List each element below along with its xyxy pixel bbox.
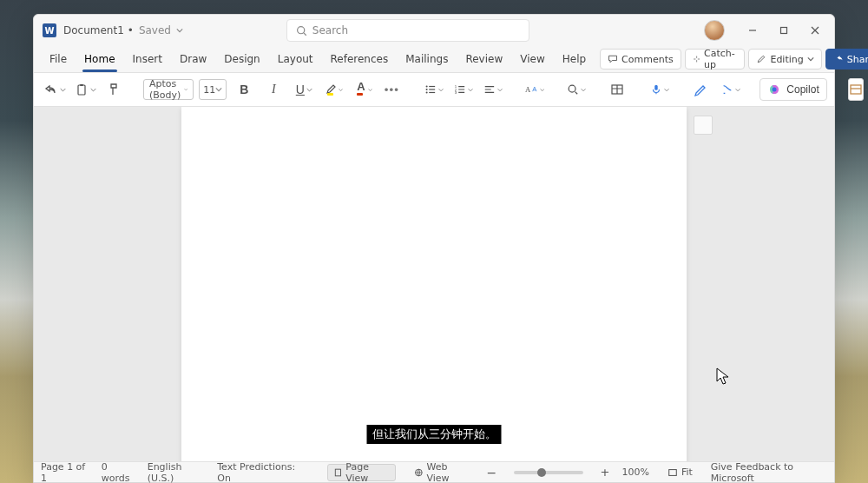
copilot-icon — [767, 83, 781, 96]
status-text-predictions[interactable]: Text Predictions: On — [217, 461, 302, 484]
status-page[interactable]: Page 1 of 1 — [41, 461, 89, 484]
editor-icon — [694, 83, 707, 96]
italic-button[interactable]: I — [261, 77, 286, 102]
chevron-down-icon — [176, 27, 183, 34]
editor-button[interactable] — [688, 77, 713, 102]
catch-up-button[interactable]: Catch-up — [685, 49, 746, 69]
zoom-slider[interactable] — [514, 471, 582, 474]
comments-label: Comments — [621, 54, 674, 65]
table-button[interactable] — [605, 77, 629, 102]
user-avatar[interactable] — [704, 20, 725, 41]
status-bar: Page 1 of 1 0 words English (U.S.) Text … — [34, 461, 834, 482]
comments-button[interactable]: Comments — [600, 49, 681, 69]
minimize-button[interactable] — [737, 15, 768, 46]
status-word-count[interactable]: 0 words — [102, 461, 135, 484]
tab-mailings[interactable]: Mailings — [398, 50, 455, 69]
search-placeholder: Search — [312, 24, 348, 36]
chevron-down-icon — [807, 56, 814, 63]
zoom-level[interactable]: 100% — [621, 466, 648, 478]
font-size-select[interactable]: 11 — [199, 79, 227, 100]
page[interactable] — [181, 107, 687, 461]
tab-insert[interactable]: Insert — [126, 50, 169, 69]
share-button[interactable]: Share — [825, 49, 868, 69]
underline-icon: U — [296, 83, 305, 96]
chevron-down-icon — [497, 87, 503, 93]
svg-rect-2 — [78, 85, 85, 95]
svg-rect-18 — [669, 469, 677, 475]
document-canvas[interactable]: 但让我们从三分钟开始。 — [34, 107, 834, 461]
svg-rect-13 — [655, 85, 658, 90]
feedback-link[interactable]: Give Feedback to Microsoft — [711, 461, 827, 484]
numbering-button[interactable]: 123 — [450, 77, 475, 102]
tab-home[interactable]: Home — [77, 50, 122, 69]
svg-text:3: 3 — [455, 90, 457, 95]
paste-button[interactable] — [71, 77, 98, 102]
number-list-icon: 123 — [454, 83, 466, 96]
tab-design[interactable]: Design — [217, 50, 266, 69]
web-view-button[interactable]: Web View — [408, 464, 475, 481]
align-button[interactable] — [480, 77, 504, 102]
svg-point-14 — [773, 88, 777, 92]
tab-help[interactable]: Help — [556, 50, 593, 69]
close-button[interactable] — [799, 15, 831, 46]
tab-review[interactable]: Review — [458, 50, 510, 69]
tab-file[interactable]: File — [43, 50, 74, 69]
comment-icon — [608, 54, 618, 64]
status-language[interactable]: English (U.S.) — [148, 461, 206, 484]
page-view-label: Page View — [345, 461, 389, 484]
format-painter-button[interactable] — [102, 77, 126, 102]
font-name-select[interactable]: Aptos (Body) — [143, 79, 194, 100]
fit-label: Fit — [681, 466, 693, 478]
styles-icon: A — [525, 83, 537, 96]
fit-button[interactable]: Fit — [661, 464, 699, 481]
styles-button[interactable]: A — [522, 77, 546, 102]
font-color-button[interactable]: A — [350, 77, 374, 102]
bold-button[interactable]: B — [232, 77, 256, 102]
format-painter-icon — [107, 83, 121, 96]
highlight-color-button[interactable] — [320, 77, 345, 102]
find-button[interactable] — [563, 77, 588, 102]
web-view-label: Web View — [426, 461, 468, 484]
bullets-button[interactable] — [421, 77, 445, 102]
page-view-button[interactable]: Page View — [327, 464, 396, 481]
tab-draw[interactable]: Draw — [173, 50, 214, 69]
window-controls — [737, 15, 831, 46]
more-font-button[interactable]: ••• — [379, 77, 404, 102]
maximize-button[interactable] — [768, 15, 799, 46]
svg-rect-3 — [80, 84, 83, 86]
undo-button[interactable] — [41, 77, 68, 102]
table-icon — [610, 83, 624, 96]
svg-point-4 — [426, 85, 428, 87]
underline-button[interactable]: U — [291, 77, 315, 102]
zoom-slider-thumb[interactable] — [537, 468, 546, 477]
zoom-out-button[interactable]: − — [486, 466, 496, 480]
svg-text:A: A — [525, 85, 531, 94]
zoom-in-button[interactable]: + — [601, 466, 610, 479]
style-gallery-button[interactable] — [845, 77, 868, 102]
tab-view[interactable]: View — [513, 50, 551, 69]
align-left-icon — [483, 83, 496, 96]
svg-point-5 — [426, 89, 428, 90]
designer-button[interactable] — [718, 77, 742, 102]
clipboard-icon — [75, 83, 89, 96]
chevron-down-icon — [438, 87, 444, 93]
tab-layout[interactable]: Layout — [271, 50, 320, 69]
svg-point-0 — [297, 26, 304, 33]
save-state: Saved — [139, 24, 171, 36]
copilot-label: Copilot — [786, 83, 819, 96]
undo-icon — [44, 83, 58, 96]
tab-references[interactable]: References — [324, 50, 396, 69]
chevron-down-icon — [468, 87, 473, 93]
header-footer-tab[interactable] — [694, 116, 713, 135]
document-title[interactable]: Document1 • Saved — [63, 24, 183, 36]
chevron-down-icon — [90, 87, 96, 93]
catchup-label: Catch-up — [704, 48, 737, 70]
editing-mode-button[interactable]: Editing — [748, 49, 821, 69]
copilot-button[interactable]: Copilot — [760, 78, 826, 101]
font-size-label: 11 — [203, 84, 215, 96]
dictate-button[interactable] — [647, 77, 671, 102]
web-view-icon — [414, 467, 424, 478]
search-box[interactable]: Search — [286, 19, 529, 42]
chevron-down-icon — [215, 86, 222, 93]
chevron-down-icon — [540, 87, 545, 93]
